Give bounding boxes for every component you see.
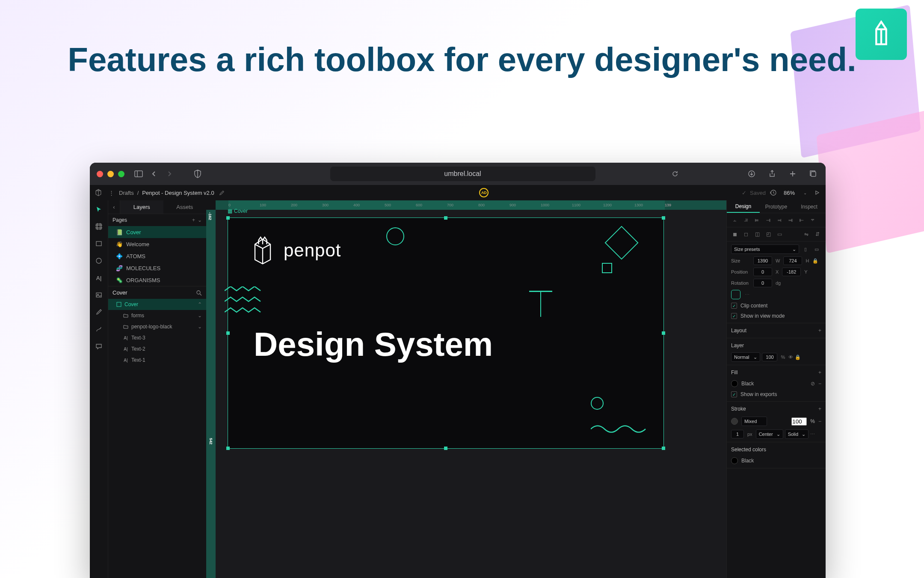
blend-mode-select[interactable]: Normal⌄ xyxy=(731,352,760,362)
edit-title-icon[interactable] xyxy=(218,188,226,197)
stroke-color-select[interactable]: Mixed xyxy=(741,417,767,426)
page-item-welcome[interactable]: 👋Welcome xyxy=(108,238,206,250)
radius-more-icon[interactable]: ⋯ xyxy=(745,292,749,298)
show-in-view-checkbox[interactable]: ✓Show in view mode xyxy=(727,311,826,321)
chevron-down-icon[interactable]: ⌄ xyxy=(198,324,202,330)
tabs-icon[interactable] xyxy=(808,168,819,179)
path-tool[interactable] xyxy=(93,324,104,335)
page-item-organisms[interactable]: 🦠ORGANISMS xyxy=(108,274,206,286)
zoom-level[interactable]: 86% xyxy=(784,190,795,196)
y-input[interactable] xyxy=(782,268,801,276)
resize-handle[interactable] xyxy=(444,447,447,450)
stroke-position-select[interactable]: Center⌄ xyxy=(756,429,783,439)
stroke-color-swatch[interactable] xyxy=(731,418,738,425)
orientation-landscape-icon[interactable]: ▭ xyxy=(812,245,821,253)
lock-icon[interactable]: 🔒 xyxy=(795,355,801,360)
border-radius-icon[interactable] xyxy=(731,290,740,299)
new-tab-icon[interactable] xyxy=(787,168,798,179)
share-icon[interactable] xyxy=(767,168,778,179)
panel-back-button[interactable]: ‹ xyxy=(108,200,120,214)
sidebar-toggle-icon[interactable] xyxy=(133,168,144,179)
resize-handle[interactable] xyxy=(226,331,230,335)
stroke-options-icon[interactable]: ⋯ xyxy=(810,432,815,437)
flatten-icon[interactable]: ▭ xyxy=(775,230,784,238)
align-right-icon[interactable]: ⫢ xyxy=(752,216,762,224)
ad-badge[interactable]: AD xyxy=(479,188,489,197)
layer-item-cover[interactable]: Cover ⌃ xyxy=(108,299,206,310)
selected-color-swatch[interactable] xyxy=(731,457,738,464)
flip-h-icon[interactable]: ⇋ xyxy=(802,230,811,238)
detach-fill-icon[interactable]: ⊘ xyxy=(811,381,815,387)
selected-color-row[interactable]: Black xyxy=(727,455,826,466)
breadcrumb-root[interactable]: Drafts xyxy=(119,190,134,196)
distribute-h-icon[interactable]: ⫦ xyxy=(797,216,806,224)
resize-handle[interactable] xyxy=(662,216,665,220)
ellipse-tool[interactable] xyxy=(93,255,104,266)
pen-tool[interactable] xyxy=(93,307,104,318)
width-input[interactable] xyxy=(753,256,772,265)
align-bottom-icon[interactable]: ⫥ xyxy=(786,216,795,224)
add-fill-icon[interactable]: + xyxy=(818,369,821,375)
zoom-chevron-icon[interactable]: ⌄ xyxy=(801,188,809,197)
image-tool[interactable] xyxy=(93,289,104,301)
maximize-window-button[interactable] xyxy=(118,171,124,177)
clip-content-checkbox[interactable]: ✓Clip content xyxy=(727,301,826,311)
collapse-pages-icon[interactable]: ⌄ xyxy=(198,217,202,223)
align-center-h-icon[interactable]: ⫡ xyxy=(741,216,751,224)
rectangle-tool[interactable] xyxy=(93,238,104,249)
minimize-window-button[interactable] xyxy=(107,171,114,177)
resize-handle[interactable] xyxy=(226,447,230,450)
visibility-icon[interactable]: 👁 xyxy=(788,355,793,360)
resize-handle[interactable] xyxy=(444,216,447,220)
opacity-input[interactable] xyxy=(762,353,777,361)
lock-aspect-icon[interactable]: 🔒 xyxy=(812,258,818,264)
shield-icon[interactable] xyxy=(192,168,203,179)
distribute-v-icon[interactable]: ⫧ xyxy=(808,216,817,224)
layer-item-text3[interactable]: A| Text-3 xyxy=(108,332,206,343)
subtract-icon[interactable]: ◻ xyxy=(741,230,751,238)
comment-tool[interactable] xyxy=(93,341,104,352)
stroke-width-input[interactable] xyxy=(731,430,744,438)
frame-label[interactable]: ▦ Cover xyxy=(228,208,248,214)
layer-item-text1[interactable]: A| Text-1 xyxy=(108,355,206,366)
canvas-area[interactable]: 0 100 200 300 400 500 600 700 800 900 10… xyxy=(206,200,726,578)
close-window-button[interactable] xyxy=(97,171,103,177)
stroke-opacity-input[interactable] xyxy=(791,417,807,426)
resize-handle[interactable] xyxy=(662,331,665,335)
align-top-icon[interactable]: ⫣ xyxy=(764,216,773,224)
resize-handle[interactable] xyxy=(662,447,665,450)
download-icon[interactable] xyxy=(746,168,757,179)
layer-item-penpot-logo[interactable]: penpot-logo-black ⌄ xyxy=(108,321,206,332)
history-icon[interactable] xyxy=(769,188,778,197)
breadcrumb-file[interactable]: Penpot - Design System v2.0 xyxy=(142,190,214,196)
union-icon[interactable]: ◼ xyxy=(730,230,740,238)
add-page-icon[interactable]: + xyxy=(192,217,195,223)
flip-v-icon[interactable]: ⇵ xyxy=(813,230,822,238)
resize-handle[interactable] xyxy=(226,216,230,220)
add-layout-icon[interactable]: + xyxy=(818,328,821,334)
tab-prototype[interactable]: Prototype xyxy=(760,200,793,213)
search-layers-icon[interactable] xyxy=(196,290,202,296)
url-bar[interactable]: umbrel.local xyxy=(330,167,595,181)
size-presets-select[interactable]: Size presets⌄ xyxy=(731,244,799,254)
menu-icon[interactable]: ⋮ xyxy=(107,188,116,197)
fill-color-swatch[interactable] xyxy=(731,380,738,387)
layer-item-forms[interactable]: forms ⌄ xyxy=(108,310,206,321)
tab-inspect[interactable]: Inspect xyxy=(793,200,826,213)
intersect-icon[interactable]: ◫ xyxy=(752,230,762,238)
chevron-down-icon[interactable]: ⌄ xyxy=(198,313,202,319)
frame-cover[interactable]: penpot Design System xyxy=(228,217,664,449)
stroke-color-row[interactable]: Mixed % − xyxy=(727,414,826,428)
chevron-up-icon[interactable]: ⌃ xyxy=(198,301,202,307)
align-middle-icon[interactable]: ⫤ xyxy=(775,216,784,224)
align-left-icon[interactable]: ⫠ xyxy=(730,216,740,224)
page-item-molecules[interactable]: 🧬MOLECULES xyxy=(108,262,206,274)
orientation-portrait-icon[interactable]: ▯ xyxy=(801,245,810,253)
remove-fill-icon[interactable]: − xyxy=(818,381,821,387)
remove-stroke-icon[interactable]: − xyxy=(818,418,821,424)
frame-tool[interactable] xyxy=(93,221,104,232)
page-item-cover[interactable]: 📗Cover xyxy=(108,226,206,238)
forward-button[interactable] xyxy=(164,168,175,179)
x-input[interactable] xyxy=(753,268,772,276)
exclude-icon[interactable]: ◰ xyxy=(764,230,773,238)
